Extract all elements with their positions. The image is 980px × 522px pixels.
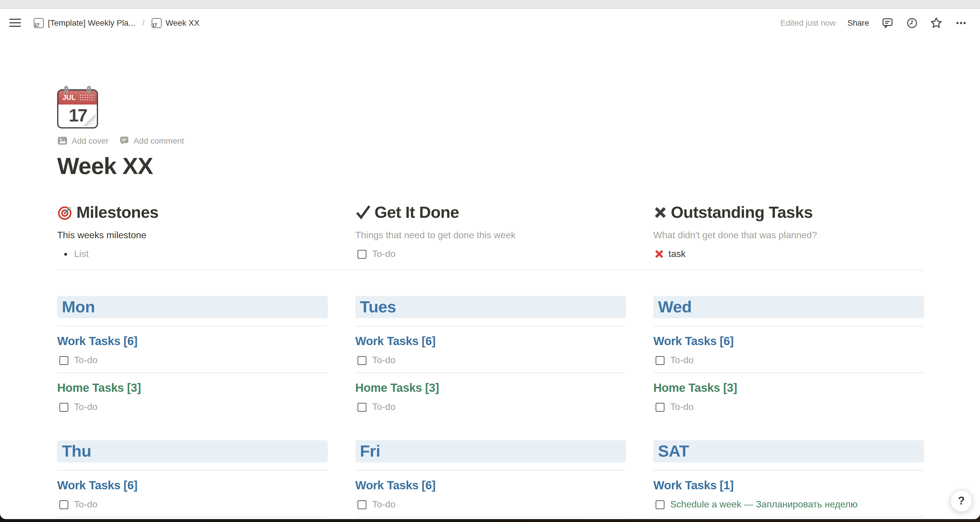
todo-checkbox[interactable] [59,356,68,365]
section-title[interactable]: Home Tasks [3] [57,381,328,395]
breadcrumb-label: [Template] Weekly Pla... [48,18,135,27]
share-button[interactable]: Share [847,18,869,27]
day-heading[interactable]: Tues [355,296,626,318]
todo-label[interactable]: To-do [372,249,396,259]
help-button[interactable]: ? [950,490,972,512]
section-title[interactable]: Work Tasks [6] [653,335,924,348]
page-header-actions: Add cover Add comment [57,136,924,146]
todo-label[interactable]: To-do [372,355,396,366]
divider [57,517,328,517]
summary-heading[interactable]: Outstanding Tasks [653,203,924,222]
todo-item: To-do [57,499,328,510]
divider [355,326,626,326]
section-title[interactable]: Home Tasks [3] [355,381,626,395]
week-row-1: Mon Work Tasks [6] To-do Home Tasks [3] … [57,296,924,412]
day-heading-label: Tues [360,298,396,316]
breadcrumb-item-parent[interactable]: 17 [Template] Weekly Pla... [32,17,138,29]
add-cover-button[interactable]: Add cover [57,136,108,146]
todo-label[interactable]: To-do [670,355,694,366]
todo-label[interactable]: To-do [74,355,97,366]
todo-item: To-do [355,499,626,510]
cross-mark-icon [654,249,664,259]
target-icon [57,205,73,220]
summary-subtitle[interactable]: What didn't get done that was planned? [653,230,924,241]
day-column: Thu Work Tasks [6] To-do [57,440,328,517]
summary-heading[interactable]: Milestones [57,203,328,222]
todo-checkbox[interactable] [358,356,366,365]
todo-item: To-do [653,355,924,366]
summary-heading[interactable]: Get It Done [355,203,626,222]
history-clock-icon[interactable] [905,16,918,29]
day-heading[interactable]: SAT [653,440,924,463]
todo-checkbox[interactable] [358,250,366,259]
day-heading[interactable]: Thu [57,440,328,463]
summary-column: Milestones This weeks milestone List [57,203,328,259]
section-title[interactable]: Work Tasks [6] [57,479,328,492]
divider [653,326,924,326]
todo-label[interactable]: To-do [670,402,694,412]
day-heading[interactable]: Wed [653,296,924,318]
topbar-actions: Edited just now Share [780,16,967,29]
more-options-icon[interactable] [955,16,967,29]
divider [653,517,924,517]
add-comment-button[interactable]: Add comment [119,136,184,146]
todo-label[interactable]: To-do [74,499,97,510]
section-title[interactable]: Work Tasks [6] [355,335,626,348]
todo-checkbox[interactable] [655,356,664,365]
todo-item: To-do [653,402,924,412]
heavy-check-icon [355,205,371,220]
bulleted-list-item[interactable]: List [57,249,328,259]
day-column: Tues Work Tasks [6] To-do Home Tasks [3]… [355,296,626,412]
summary-subtitle[interactable]: This weeks milestone [57,230,328,241]
summary-heading-icon [355,205,371,220]
summary-column: Get It Done Things that need to get done… [355,203,626,259]
day-heading-label: Mon [62,298,95,316]
divider [57,470,328,471]
crossed-task-item[interactable]: task [653,249,924,259]
day-body: Work Tasks [6] To-do Home Tasks [3] To-d… [355,326,626,412]
breadcrumb-label: Week XX [165,18,199,27]
todo-label[interactable]: Schedule a week — Запланировать неделю [670,499,858,510]
bullet-icon [64,252,67,255]
divider [355,470,626,471]
section-title[interactable]: Home Tasks [3] [653,381,924,395]
todo-checkbox[interactable] [59,500,68,509]
day-heading[interactable]: Fri [355,440,626,463]
day-column: Mon Work Tasks [6] To-do Home Tasks [3] … [57,296,328,412]
day-column: SAT Work Tasks [1] Schedule a week — Зап… [653,440,924,517]
page-title[interactable]: Week XX [57,152,924,180]
summary-heading-title: Milestones [76,203,158,222]
section-title[interactable]: Work Tasks [6] [355,479,626,492]
todo-checkbox[interactable] [655,500,664,509]
summary-section: Milestones This weeks milestone List Get… [57,203,924,259]
calendar-icon: 17 [152,18,162,28]
comment-icon [119,136,129,146]
todo-label[interactable]: To-do [372,402,396,412]
todo-checkbox[interactable] [358,500,366,509]
todo-checkbox[interactable] [59,402,68,411]
day-heading-label: Thu [62,442,91,461]
favorite-star-icon[interactable] [930,16,943,29]
todo-label[interactable]: To-do [74,402,97,412]
comments-icon[interactable] [881,16,894,29]
todo-item: To-do [355,355,626,366]
breadcrumb-item-current[interactable]: 17 Week XX [150,17,202,29]
desktop-background: 17 [Template] Weekly Pla... / 17 Week XX… [0,0,980,522]
page-content: JUL 17 Add cover [0,88,980,517]
day-heading[interactable]: Mon [57,296,328,318]
section-title[interactable]: Work Tasks [6] [57,335,328,348]
todo-label[interactable]: To-do [372,499,396,510]
todo-item: To-do [355,249,626,259]
section-title[interactable]: Work Tasks [1] [653,479,924,492]
todo-checkbox[interactable] [358,402,366,411]
todo-item: To-do [355,402,626,412]
summary-subtitle[interactable]: Things that need to get done this week [355,230,626,241]
todo-checkbox[interactable] [655,402,664,411]
breadcrumb-separator: / [142,18,145,27]
todo-item: To-do [57,402,328,412]
day-body: Work Tasks [6] To-do Home Tasks [3] To-d… [57,326,328,412]
heavy-x-icon [653,206,667,220]
sidebar-toggle-button[interactable] [10,18,21,27]
page-icon-calendar[interactable]: JUL 17 [57,88,98,128]
day-body: Work Tasks [6] To-do Home Tasks [3] To-d… [653,326,924,412]
